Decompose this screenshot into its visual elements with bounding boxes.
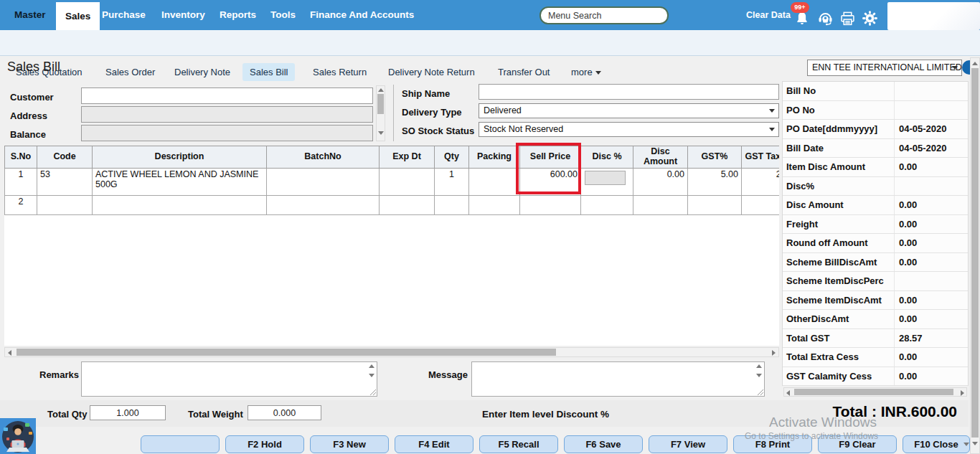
so-stock-status-select[interactable]: Stock Not Reserved [479, 122, 779, 137]
buttons-overflow-caret-icon[interactable] [963, 443, 969, 446]
printer-icon[interactable] [839, 11, 856, 29]
nav-purchase[interactable]: Purchase [102, 0, 146, 30]
col-qty: Qty [435, 146, 469, 169]
panel-row-item-disc-amount: Item Disc Amount0.00 [783, 158, 968, 177]
nav-finance-accounts[interactable]: Finance And Accounts [310, 0, 414, 30]
f9-clear-button[interactable]: F9 Clear [818, 435, 897, 453]
nav-inventory[interactable]: Inventory [161, 0, 205, 30]
cell-code[interactable]: 53 [37, 168, 93, 195]
field-value[interactable]: 0.00 [895, 219, 968, 230]
field-value[interactable]: 04-05-2020 [895, 143, 968, 153]
tab-sales-bill[interactable]: Sales Bill [242, 63, 295, 81]
scrollbar-thumb[interactable] [971, 68, 979, 438]
field-value[interactable]: 0.00 [895, 237, 968, 248]
f6-save-button[interactable]: F6 Save [564, 435, 643, 453]
settings-gear-icon[interactable] [862, 10, 878, 29]
menu-search-input[interactable] [540, 6, 669, 24]
scroll-down-arrow[interactable] [972, 442, 978, 445]
cell-gst-pct[interactable] [688, 195, 742, 214]
scrollbar-thumb[interactable] [377, 94, 384, 114]
tab-sales-order[interactable]: Sales Order [105, 67, 155, 77]
scroll-right-arrow[interactable] [772, 350, 776, 356]
tab-delivery-note[interactable]: Delivery Note [174, 67, 230, 77]
tab-more[interactable]: more [571, 67, 601, 77]
support-avatar[interactable] [0, 418, 36, 454]
cell-sell-price[interactable] [520, 195, 581, 214]
cell-qty[interactable]: 1 [435, 168, 469, 195]
delivery-type-select[interactable]: Delivered [479, 103, 779, 118]
address-input [81, 106, 373, 123]
cell-expdt[interactable] [380, 195, 435, 214]
field-value[interactable]: 0.00 [895, 257, 968, 268]
cell-description[interactable]: ACTIVE WHEEL LEMON AND JASMINE 500G [93, 168, 267, 195]
scroll-down-arrow[interactable] [378, 131, 384, 135]
cell-disc-pct[interactable] [581, 195, 633, 214]
support-headset-icon[interactable] [817, 9, 834, 29]
company-selector[interactable]: ENN TEE INTERNATIONAL LIMITED [807, 60, 962, 76]
cell-batchno[interactable] [267, 168, 380, 195]
nav-sales[interactable]: Sales [56, 2, 100, 30]
f3-new-button[interactable]: F3 New [310, 435, 389, 453]
tab-sales-return[interactable]: Sales Return [313, 67, 367, 77]
total-weight-input [248, 405, 321, 420]
clear-data-button[interactable]: Clear Data [746, 0, 791, 30]
f7-view-button[interactable]: F7 View [649, 435, 727, 453]
cell-gst-taxamt[interactable] [742, 195, 780, 214]
cell-packing[interactable] [469, 168, 520, 195]
scroll-up-arrow[interactable] [369, 364, 374, 368]
panel-row-freight: Freight0.00 [783, 215, 968, 235]
f5-recall-button[interactable]: F5 Recall [479, 435, 558, 453]
tab-delivery-note-return[interactable]: Delivery Note Return [388, 67, 475, 77]
cell-code[interactable] [37, 195, 93, 214]
blank-function-button[interactable] [141, 435, 220, 453]
cell-sno[interactable]: 1 [5, 168, 37, 195]
cell-gst-pct[interactable]: 5.00 [688, 168, 742, 195]
f8-print-button[interactable]: F8 Print [733, 435, 812, 453]
scroll-up-arrow[interactable] [756, 364, 762, 368]
cell-disc-amount[interactable]: 0.00 [633, 168, 688, 195]
field-label: Round off Amount [783, 234, 895, 252]
cell-description[interactable] [93, 195, 267, 214]
bell-icon[interactable] [794, 10, 810, 31]
cell-batchno[interactable] [267, 195, 380, 214]
f10-close-button[interactable]: F10 Close [903, 435, 970, 453]
scroll-down-arrow[interactable] [369, 374, 374, 377]
table-horizontal-scrollbar[interactable] [4, 347, 779, 357]
remarks-textarea[interactable] [81, 361, 377, 397]
scroll-up-arrow[interactable] [378, 88, 384, 92]
cell-sno[interactable]: 2 [5, 195, 37, 214]
panel-horizontal-scrollbar[interactable] [783, 387, 967, 397]
f4-edit-button[interactable]: F4 Edit [395, 435, 473, 453]
scroll-left-arrow[interactable] [8, 350, 11, 356]
scrollbar-thumb[interactable] [794, 389, 953, 395]
so-stock-status-value: Stock Not Reserved [484, 124, 563, 134]
customer-block-scrollbar[interactable] [376, 85, 385, 141]
f2-hold-button[interactable]: F2 Hold [225, 435, 304, 453]
page-vertical-scrollbar[interactable] [970, 57, 980, 454]
delivery-type-value: Delivered [484, 105, 522, 115]
scroll-down-arrow[interactable] [756, 374, 762, 377]
scroll-left-arrow[interactable] [786, 390, 790, 396]
message-textarea[interactable] [471, 361, 765, 397]
ship-name-input[interactable] [479, 84, 779, 100]
tab-transfer-out[interactable]: Transfer Out [498, 67, 550, 77]
total-qty-input [90, 405, 166, 420]
field-value[interactable]: 0.00 [895, 199, 968, 210]
cell-qty[interactable] [435, 195, 469, 214]
cell-disc-amount[interactable] [633, 195, 688, 214]
field-value[interactable]: 0.00 [895, 313, 968, 324]
cell-packing[interactable] [469, 195, 520, 214]
scrollbar-thumb[interactable] [17, 349, 556, 356]
nav-tools[interactable]: Tools [270, 0, 296, 30]
field-value[interactable]: 0.00 [895, 161, 968, 172]
field-value[interactable]: 04-05-2020 [895, 123, 968, 134]
scroll-right-arrow[interactable] [961, 390, 964, 396]
cell-expdt[interactable] [380, 168, 435, 195]
cell-sell-price[interactable]: 600.00 [520, 168, 581, 195]
nav-master[interactable]: Master [14, 0, 46, 30]
customer-input[interactable] [81, 88, 373, 104]
scroll-up-arrow[interactable] [972, 62, 978, 65]
field-value[interactable]: 0.00 [895, 295, 968, 306]
cell-gst-taxamt[interactable]: 28.57 [742, 168, 780, 195]
nav-reports[interactable]: Reports [220, 0, 256, 30]
